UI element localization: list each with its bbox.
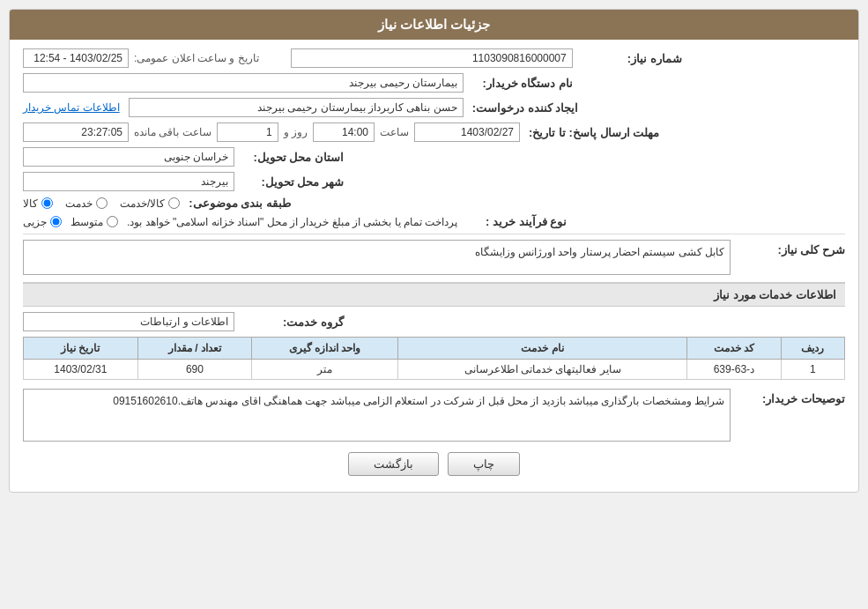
buyer-org-value: بیمارستان رحیمی بیرجند: [23, 73, 464, 93]
service-group-value: اطلاعات و ارتباطات: [23, 312, 234, 331]
delivery-province-label: استان محل تحویل:: [234, 151, 349, 164]
need-description-label: شرح کلی نیاز:: [731, 240, 845, 256]
cell-code: د-63-639: [687, 360, 782, 380]
announce-datetime-value: 1403/02/25 - 12:54: [23, 48, 129, 68]
process-jazii-radio[interactable]: [50, 216, 62, 227]
need-description-content: کابل کشی سیستم احضار پرستار واحد اورژانس…: [23, 240, 731, 275]
row-service-group: گروه خدمت: اطلاعات و ارتباطات: [23, 312, 845, 331]
process-jazii-option[interactable]: جزیی: [23, 216, 62, 228]
creator-name: حسن بناهی کاربرداز بیمارستان رحیمی بیرجن…: [129, 98, 464, 117]
buyer-org-label: نام دستگاه خریدار:: [464, 77, 578, 90]
need-number-label: شماره نیاز:: [573, 52, 687, 65]
page-container: جزئیات اطلاعات نیاز شماره نیاز: 11030908…: [0, 0, 868, 609]
col-code: کد خدمت: [687, 338, 782, 360]
reply-remaining-label: ساعت باقی مانده: [129, 126, 217, 138]
process-motavaset-radio[interactable]: [107, 216, 118, 227]
row-buyer-desc: توصیحات خریدار: شرایط ومشخصات بارگذاری م…: [23, 389, 845, 442]
row-category: طبقه بندی موضوعی: کالا/خدمت خدمت کالا: [23, 197, 845, 210]
col-row: ردیف: [781, 338, 844, 360]
cell-qty: 690: [137, 360, 252, 380]
reply-time-value: 14:00: [313, 123, 375, 142]
reply-days-value: 1: [217, 123, 278, 142]
reply-day-label: روز و: [278, 126, 313, 138]
cell-name: سایر فعالیتهای خدماتی اطلاعرسانی: [398, 360, 687, 380]
reply-remaining-value: 23:27:05: [23, 123, 129, 142]
category-khedmat-radio[interactable]: [96, 197, 108, 209]
page-title: جزئیات اطلاعات نیاز: [10, 10, 858, 40]
category-kala-khedmat-radio[interactable]: [168, 197, 180, 209]
col-unit: واحد اندازه گیری: [252, 338, 398, 360]
cell-unit: متر: [252, 360, 398, 380]
category-kala-khedmat-option[interactable]: کالا/خدمت: [120, 197, 180, 210]
category-kala-option[interactable]: کالا: [23, 197, 53, 210]
row-creator: ایجاد کننده درخواست: حسن بناهی کاربرداز …: [23, 98, 845, 117]
buyer-desc-content: شرایط ومشخصات بارگذاری میباشد بازدید از …: [23, 389, 731, 442]
process-label: نوع فرآیند خرید :: [457, 215, 572, 228]
need-description-value: کابل کشی سیستم احضار پرستار واحد اورژانس…: [23, 240, 731, 275]
creator-label: ایجاد کننده درخواست:: [464, 101, 584, 115]
delivery-city-label: شهر محل تحویل:: [234, 175, 349, 189]
reply-time-label: ساعت: [375, 126, 414, 138]
button-row: چاپ بازگشت: [23, 452, 845, 476]
category-radio-group: کالا/خدمت خدمت کالا: [23, 197, 180, 210]
main-card: جزئیات اطلاعات نیاز شماره نیاز: 11030908…: [9, 9, 859, 493]
category-khedmat-option[interactable]: خدمت: [65, 197, 108, 210]
process-row: پرداخت تمام یا بخشی از مبلغ خریدار از مح…: [23, 216, 457, 228]
process-motavaset-option[interactable]: متوسط: [70, 216, 118, 228]
process-note: پرداخت تمام یا بخشی از مبلغ خریدار از مح…: [127, 216, 457, 228]
category-label: طبقه بندی موضوعی:: [180, 197, 296, 210]
row-province: استان محل تحویل: خراسان جنوبی: [23, 147, 845, 167]
cell-date: 1403/02/31: [24, 360, 138, 380]
row-buyer-org: نام دستگاه خریدار: بیمارستان رحیمی بیرجن…: [23, 73, 845, 93]
services-table: ردیف کد خدمت نام خدمت واحد اندازه گیری ت…: [23, 337, 845, 380]
delivery-city-value: بیرجند: [23, 172, 234, 191]
category-kala-khedmat-label: کالا/خدمت: [120, 197, 165, 210]
table-row: 1 د-63-639 سایر فعالیتهای خدماتی اطلاعرس…: [24, 360, 845, 380]
announce-datetime-label: تاریخ و ساعت اعلان عمومی:: [129, 52, 264, 64]
col-name: نام خدمت: [398, 338, 687, 360]
process-jazii-label: جزیی: [23, 216, 47, 228]
row-city: شهر محل تحویل: بیرجند: [23, 172, 845, 191]
category-kala-label: کالا: [23, 197, 38, 210]
cell-row: 1: [781, 360, 844, 380]
row-reply-deadline: مهلت ارسال پاسخ: تا تاریخ: 1403/02/27 سا…: [23, 123, 845, 142]
reply-deadline-label: مهلت ارسال پاسخ: تا تاریخ:: [520, 126, 664, 139]
need-number-value: 1103090816000007: [291, 48, 573, 68]
service-group-label: گروه خدمت:: [234, 316, 349, 329]
content-area: شماره نیاز: 1103090816000007 تاریخ و ساع…: [10, 40, 858, 492]
buyer-desc-value: شرایط ومشخصات بارگذاری میباشد بازدید از …: [23, 389, 731, 442]
col-qty: تعداد / مقدار: [137, 338, 252, 360]
row-process: نوع فرآیند خرید : پرداخت تمام یا بخشی از…: [23, 215, 845, 228]
col-date: تاریخ نیاز: [24, 338, 138, 360]
back-button[interactable]: بازگشت: [348, 452, 439, 476]
category-khedmat-label: خدمت: [65, 197, 93, 210]
category-kala-radio[interactable]: [41, 197, 53, 209]
process-motavaset-label: متوسط: [70, 216, 103, 228]
print-button[interactable]: چاپ: [448, 452, 520, 476]
divider-1: [23, 234, 845, 234]
reply-date-value: 1403/02/27: [414, 123, 520, 142]
creator-contact-link[interactable]: اطلاعات تماس خریدار: [23, 101, 120, 114]
service-info-title: اطلاعات خدمات مورد نیاز: [23, 282, 845, 307]
delivery-province-value: خراسان جنوبی: [23, 147, 234, 167]
buyer-desc-label: توصیحات خریدار:: [731, 389, 845, 405]
row-need-description: شرح کلی نیاز: کابل کشی سیستم احضار پرستا…: [23, 240, 845, 275]
row-need-number: شماره نیاز: 1103090816000007 تاریخ و ساع…: [23, 48, 845, 68]
